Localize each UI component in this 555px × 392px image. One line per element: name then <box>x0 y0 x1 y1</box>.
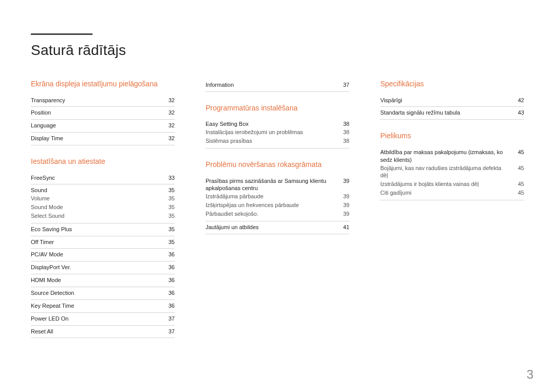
toc-entry[interactable]: Information37 <box>206 79 349 92</box>
toc-label: Volume <box>31 195 162 202</box>
toc-label: Sound Mode <box>31 203 162 211</box>
toc-group: Easy Setting Box38 Instalācijas ierobežo… <box>206 118 349 148</box>
toc-subentry[interactable]: Izstrādājums ir bojāts klienta vainas dē… <box>380 180 524 189</box>
toc-subentry[interactable]: Volume35 <box>31 194 175 203</box>
toc-label: Sistēmas prasības <box>206 137 337 145</box>
toc-entry[interactable]: Sound35 <box>31 186 175 194</box>
toc-entry[interactable]: Off Timer35 <box>31 236 175 249</box>
toc-page: 41 <box>337 223 349 231</box>
toc-label: Vispārīgi <box>380 97 512 104</box>
toc-label: Pārbaudiet sekojošo. <box>206 210 337 218</box>
toc-group: Sound35 Volume35 Sound Mode35 Select Sou… <box>31 184 175 223</box>
toc-page: 42 <box>512 97 524 104</box>
toc-entry[interactable]: Atbildība par maksas pakalpojumu (izmaks… <box>380 148 524 164</box>
toc-label: Eco Saving Plus <box>31 226 162 233</box>
toc-page: 38 <box>337 137 349 145</box>
toc-label: Standarta signālu režīmu tabula <box>380 109 512 117</box>
toc-label: Izstrādājuma pārbaude <box>206 193 337 200</box>
toc-page: 35 <box>162 195 175 202</box>
toc-label: Position <box>31 109 162 117</box>
toc-page: 36 <box>162 264 175 271</box>
toc-entry[interactable]: DisplayPort Ver.36 <box>31 262 175 274</box>
toc-entry[interactable]: Jautājumi un atbildes41 <box>206 221 349 234</box>
toc-page: 35 <box>162 226 175 233</box>
toc-label: Bojājumi, kas nav radušies izstrādājuma … <box>380 164 512 180</box>
toc-page: 38 <box>337 128 349 136</box>
toc-entry[interactable]: Position32 <box>31 107 175 120</box>
column-3: Specifikācijas Vispārīgi42 Standarta sig… <box>380 79 524 338</box>
toc-entry[interactable]: Easy Setting Box38 <box>206 120 349 128</box>
toc-entry[interactable]: Power LED On37 <box>31 313 175 326</box>
toc-page: 39 <box>337 193 349 200</box>
toc-page: 32 <box>162 135 175 142</box>
toc-subentry[interactable]: Instalācijas ierobežojumi un problēmas38 <box>206 128 349 137</box>
toc-page: 36 <box>162 302 175 310</box>
toc-subentry[interactable]: Bojājumi, kas nav radušies izstrādājuma … <box>380 164 524 180</box>
toc-page: 43 <box>512 109 524 117</box>
toc-label: Language <box>31 122 162 129</box>
toc-page: 35 <box>162 212 175 220</box>
toc-label: Display Time <box>31 135 162 142</box>
toc-label: Atbildība par maksas pakalpojumu (izmaks… <box>380 148 512 164</box>
toc-page: 32 <box>162 109 175 117</box>
toc-page: 45 <box>512 189 524 197</box>
toc-group: Atbildība par maksas pakalpojumu (izmaks… <box>380 146 524 200</box>
section-heading: Pielikums <box>380 131 524 141</box>
toc-entry[interactable]: Vispārīgi42 <box>380 95 524 107</box>
section-heading: Specifikācijas <box>380 79 524 89</box>
toc-subentry[interactable]: Citi gadījumi45 <box>380 189 524 197</box>
toc-page: 45 <box>512 148 524 164</box>
toc-subentry[interactable]: Select Sound35 <box>31 212 175 220</box>
section-heading: Problēmu novēršanas rokasgrāmata <box>206 160 349 170</box>
toc-subentry[interactable]: Izšķirtspējas un frekvences pārbaude39 <box>206 201 349 210</box>
page-title: Saturā rādītājs <box>31 42 524 59</box>
section-heading: Programmatūras instalēšana <box>206 103 349 114</box>
toc-entry[interactable]: Prasības pirms sazināšanās ar Samsung kl… <box>206 177 349 193</box>
toc-entry[interactable]: Eco Saving Plus35 <box>31 223 175 236</box>
toc-subentry[interactable]: Sistēmas prasības38 <box>206 137 349 145</box>
toc-entry[interactable]: Standarta signālu režīmu tabula43 <box>380 107 524 120</box>
toc-page: 45 <box>512 164 524 180</box>
toc-page: 36 <box>162 276 175 284</box>
toc-label: FreeSync <box>31 174 162 182</box>
toc-page: 35 <box>162 186 175 194</box>
toc-subentry[interactable]: Izstrādājuma pārbaude39 <box>206 192 349 201</box>
toc-label: Key Repeat Time <box>31 302 162 310</box>
toc-page: 36 <box>162 289 175 297</box>
toc-entry[interactable]: Reset All37 <box>31 326 175 339</box>
toc-label: Sound <box>31 186 162 194</box>
page-number: 3 <box>527 367 533 382</box>
toc-entry[interactable]: Source Detection36 <box>31 287 175 300</box>
toc-label: Reset All <box>31 328 162 335</box>
toc-page: 32 <box>162 97 175 104</box>
section-heading: Ekrāna displeja iestatījumu pielāgošana <box>31 79 175 89</box>
toc-label: PC/AV Mode <box>31 251 162 258</box>
toc-entry[interactable]: FreeSync33 <box>31 172 175 185</box>
toc-entry[interactable]: Transparency32 <box>31 95 175 107</box>
toc-label: Information <box>206 81 337 89</box>
toc-page: 33 <box>162 174 175 182</box>
toc-label: Easy Setting Box <box>206 120 337 128</box>
toc-page: 35 <box>162 203 175 211</box>
title-rule <box>31 33 92 35</box>
toc-label: Citi gadījumi <box>380 189 512 197</box>
toc-label: Jautājumi un atbildes <box>206 223 337 231</box>
toc-label: Izstrādājums ir bojāts klienta vainas dē… <box>380 180 512 188</box>
toc-entry[interactable]: Language32 <box>31 120 175 133</box>
toc-subentry[interactable]: Pārbaudiet sekojošo.39 <box>206 210 349 218</box>
toc-label: Izšķirtspējas un frekvences pārbaude <box>206 201 337 209</box>
toc-subentry[interactable]: Sound Mode35 <box>31 203 175 212</box>
toc-label: Prasības pirms sazināšanās ar Samsung kl… <box>206 177 337 193</box>
toc-entry[interactable]: Key Repeat Time36 <box>31 300 175 313</box>
toc-columns: Ekrāna displeja iestatījumu pielāgošana … <box>31 79 524 338</box>
toc-entry[interactable]: HDMI Mode36 <box>31 274 175 287</box>
toc-page: 39 <box>337 210 349 218</box>
toc-entry[interactable]: PC/AV Mode36 <box>31 249 175 262</box>
column-2: Information37 Programmatūras instalēšana… <box>206 79 349 338</box>
toc-page: 39 <box>337 201 349 209</box>
toc-group: Prasības pirms sazināšanās ar Samsung kl… <box>206 175 349 221</box>
toc-page: 32 <box>162 122 175 129</box>
toc-label: Instalācijas ierobežojumi un problēmas <box>206 128 337 136</box>
toc-page: 39 <box>337 177 349 193</box>
toc-entry[interactable]: Display Time32 <box>31 133 175 145</box>
